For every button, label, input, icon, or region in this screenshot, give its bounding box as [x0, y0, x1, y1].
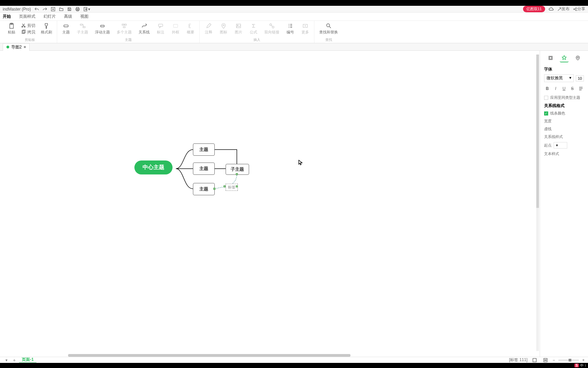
- topic-button[interactable]: 主题: [61, 22, 71, 35]
- more-button[interactable]: 更多: [300, 22, 311, 35]
- new-icon[interactable]: [51, 7, 55, 12]
- ime-lang[interactable]: 中: [580, 363, 584, 368]
- svg-rect-18: [122, 24, 124, 26]
- page-tab[interactable]: 页面-1: [19, 357, 36, 363]
- svg-rect-14: [64, 25, 68, 27]
- align-icon[interactable]: [577, 85, 584, 92]
- relation-button[interactable]: 关系线: [137, 22, 151, 35]
- rel-style-label: 关系线样式: [544, 134, 563, 139]
- panel-tab-page[interactable]: [546, 53, 555, 62]
- svg-rect-31: [550, 57, 552, 59]
- font-section-title: 字体: [544, 66, 584, 72]
- ime-badge[interactable]: S: [574, 364, 579, 367]
- horizontal-scrollbar[interactable]: [68, 354, 350, 357]
- start-label: 起点: [544, 143, 552, 148]
- copy-button[interactable]: 拷贝: [21, 29, 35, 35]
- add-page-button[interactable]: +: [10, 357, 19, 363]
- svg-rect-21: [159, 24, 163, 27]
- doc-modified-icon: [24, 46, 26, 48]
- open-icon[interactable]: [59, 7, 64, 12]
- svg-point-23: [223, 25, 224, 26]
- start-select[interactable]: ▾: [554, 142, 567, 149]
- status-info: [标签 111]: [509, 357, 527, 363]
- width-label: 宽度: [544, 119, 552, 124]
- image-button[interactable]: 图片: [233, 22, 244, 35]
- number-button[interactable]: 编号: [285, 22, 296, 35]
- group-find: 查找: [325, 37, 332, 43]
- apply-same-checkbox[interactable]: [544, 96, 548, 100]
- export-icon[interactable]: ▾: [83, 7, 90, 12]
- link-button[interactable]: 双向链接: [263, 22, 281, 35]
- cut-button[interactable]: 剪切: [21, 23, 35, 29]
- svg-rect-33: [533, 358, 536, 362]
- boundary-button[interactable]: 外框: [170, 22, 181, 35]
- italic-icon[interactable]: I: [553, 85, 559, 92]
- svg-rect-22: [174, 25, 178, 28]
- menu-start[interactable]: 开始: [3, 14, 11, 19]
- text-style-label: 文本样式: [544, 151, 559, 156]
- find-replace-button[interactable]: 查找和替换: [318, 22, 339, 35]
- subtopic-button[interactable]: 子主题: [76, 22, 89, 35]
- svg-point-6: [576, 7, 577, 9]
- font-size-input[interactable]: [576, 75, 584, 81]
- canvas[interactable]: 中心主题 主题 主题 主题 子主题 标签: [0, 51, 540, 357]
- multi-topic-button[interactable]: 多个主题: [115, 22, 133, 35]
- underline-icon[interactable]: U: [561, 85, 567, 92]
- share-button[interactable]: 分享: [573, 6, 585, 12]
- page-menu-icon[interactable]: ▾: [3, 358, 10, 363]
- zoom-out-button[interactable]: −: [553, 358, 555, 363]
- svg-point-7: [576, 10, 577, 11]
- line-color-checkbox[interactable]: ✓: [544, 111, 548, 116]
- group-insert: 插入: [254, 37, 260, 43]
- menu-slideshow[interactable]: 幻灯片: [44, 14, 56, 19]
- document-tab[interactable]: 导图2: [3, 43, 30, 51]
- topic-node-2[interactable]: 主题: [193, 163, 215, 175]
- svg-rect-20: [123, 27, 125, 28]
- menu-view[interactable]: 视图: [80, 14, 88, 19]
- note-button[interactable]: 注释: [203, 22, 214, 35]
- cloud-icon[interactable]: [549, 6, 554, 12]
- menu-pagestyle[interactable]: 页面样式: [19, 14, 35, 19]
- redo-icon[interactable]: [43, 7, 47, 12]
- app-title: indMaster (Pro): [3, 7, 31, 12]
- svg-point-25: [237, 25, 238, 26]
- save-icon[interactable]: [67, 7, 72, 12]
- selection-handle[interactable]: [236, 173, 238, 175]
- undo-icon[interactable]: [34, 7, 39, 12]
- doc-status-icon: [6, 46, 9, 48]
- font-family-select[interactable]: 微软雅黑 ▾: [544, 74, 574, 82]
- zoom-slider[interactable]: [558, 360, 579, 361]
- callout-button[interactable]: 标注: [155, 22, 166, 35]
- marker-button[interactable]: 图标: [218, 22, 229, 35]
- menu-advanced[interactable]: 高级: [64, 14, 72, 19]
- panel-tab-style[interactable]: [560, 53, 569, 62]
- apply-same-label: 应用至同类型主题: [550, 95, 580, 100]
- group-topic: 主题: [125, 37, 132, 43]
- topic-node-1[interactable]: 主题: [193, 143, 215, 156]
- label-handle-right[interactable]: [236, 185, 238, 187]
- vertical-scrollbar[interactable]: [536, 55, 539, 351]
- svg-point-29: [326, 24, 329, 27]
- ime-more-icon[interactable]: ⁞: [585, 364, 586, 367]
- relation-section-title: 关系线格式: [544, 103, 584, 109]
- line-color-label: 线条颜色: [550, 111, 565, 116]
- panel-tab-map[interactable]: [573, 53, 582, 62]
- center-topic-node[interactable]: 中心主题: [134, 160, 173, 174]
- relation-end-handle[interactable]: [213, 188, 215, 190]
- label-handle-left[interactable]: [224, 185, 226, 187]
- paste-button[interactable]: 粘贴: [6, 22, 17, 35]
- svg-rect-15: [80, 24, 82, 26]
- formula-button[interactable]: 公式: [248, 22, 259, 35]
- publish-button[interactable]: 发布: [557, 6, 570, 12]
- dash-label: 虚线: [544, 126, 552, 132]
- topic-node-3[interactable]: 主题: [193, 183, 215, 195]
- bold-icon[interactable]: B: [544, 85, 551, 92]
- format-painter-button[interactable]: 格式刷: [39, 22, 53, 35]
- promo-badge[interactable]: 亿图双11: [523, 6, 545, 12]
- strikethrough-icon[interactable]: S: [569, 85, 576, 92]
- zoom-in-button[interactable]: +: [582, 358, 585, 363]
- svg-rect-19: [125, 24, 126, 26]
- float-topic-button[interactable]: 浮动主题: [94, 22, 111, 35]
- summary-button[interactable]: 概要: [185, 22, 196, 35]
- print-icon[interactable]: [75, 7, 80, 12]
